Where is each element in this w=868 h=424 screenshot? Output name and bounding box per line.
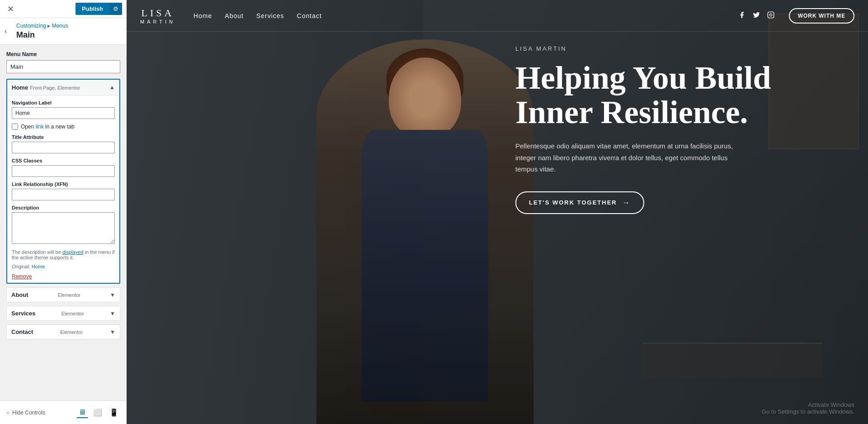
breadcrumb-customizing[interactable]: Customizing — [16, 23, 46, 29]
open-new-tab-row: Open link in a new tab — [12, 124, 115, 130]
hero-subtitle: Pellentesque odio aliquam vitae amet, el… — [515, 140, 741, 175]
nav-link-about[interactable]: About — [225, 12, 244, 19]
hero-title: Helping You Build Inner Resilience. — [515, 61, 832, 129]
chevron-down-icon-services: ▼ — [110, 310, 115, 317]
chevron-down-icon-about: ▼ — [110, 292, 115, 298]
panel-header: ‹ Customizing ▸ Menus Main — [0, 18, 127, 45]
hero-title-line1: Helping You Build — [515, 60, 771, 96]
chevron-down-icon-contact: ▼ — [110, 329, 115, 335]
work-with-me-button[interactable]: WORK WITH ME — [789, 8, 854, 24]
description-link[interactable]: displayed — [62, 249, 83, 255]
hide-controls-button[interactable]: ○ Hide Controls — [6, 410, 45, 416]
site-nav-links: Home About Services Contact — [193, 12, 738, 19]
remove-button[interactable]: Remove — [12, 273, 32, 280]
publish-button[interactable]: Publish — [75, 3, 109, 15]
description-note: The description will be displayed in the… — [12, 249, 115, 260]
publish-area: Publish ⚙ — [75, 3, 122, 15]
menu-item-home-type: Front Page, Elementor — [30, 85, 80, 91]
link-rel-input[interactable] — [12, 189, 115, 200]
nav-label-label: Navigation Label — [12, 100, 115, 105]
tablet-view-button[interactable]: ⬜ — [91, 407, 104, 418]
svg-rect-0 — [768, 12, 774, 18]
description-textarea[interactable] — [12, 212, 115, 244]
panel-content: Menu Name Home Front Page, Elementor ▲ N… — [0, 45, 127, 424]
menu-item-services-name: Services — [11, 310, 36, 317]
customizer-panel: ✕ Publish ⚙ ‹ Customizing ▸ Menus Main M… — [0, 0, 127, 424]
original-row: Original: Home — [12, 264, 115, 269]
nav-link-services[interactable]: Services — [256, 12, 284, 19]
hide-controls-label: Hide Controls — [12, 410, 45, 416]
css-classes-label: CSS Classes — [12, 158, 115, 163]
menu-item-home-card: Home Front Page, Elementor ▲ Navigation … — [6, 79, 120, 284]
watermark-line1: Activate Windows — [762, 401, 854, 408]
panel-title: Main — [16, 30, 120, 40]
mobile-view-button[interactable]: 📱 — [108, 407, 120, 418]
person-body — [362, 130, 488, 401]
menu-item-home-title: Home — [12, 84, 28, 91]
site-nav: LISA MARTIN Home About Services Contact — [127, 0, 868, 32]
publish-settings-button[interactable]: ⚙ — [109, 3, 122, 15]
bottom-bar: ○ Hide Controls 🖥 ⬜ 📱 — [0, 400, 127, 424]
device-icons: 🖥 ⬜ 📱 — [77, 407, 120, 418]
facebook-icon[interactable] — [738, 11, 745, 20]
menu-item-contact-type: Elementor — [60, 329, 83, 335]
cta-arrow-icon: → — [623, 199, 631, 207]
menu-item-home-header[interactable]: Home Front Page, Elementor ▲ — [7, 80, 119, 95]
site-nav-icons: WORK WITH ME — [738, 8, 854, 24]
cta-label: LET'S WORK TOGETHER — [529, 199, 617, 206]
hide-controls-icon: ○ — [6, 410, 9, 416]
menu-item-home-body: Navigation Label Open link in a new tab … — [7, 95, 119, 283]
windows-watermark: Activate Windows Go to Settings to activ… — [762, 401, 854, 415]
link-rel-label: Link Relationship (XFN) — [12, 181, 115, 187]
nav-link-home[interactable]: Home — [193, 12, 212, 19]
site-logo: LISA MARTIN — [140, 7, 175, 24]
cta-button[interactable]: LET'S WORK TOGETHER → — [515, 191, 644, 214]
menu-item-about-name: About — [11, 291, 28, 298]
open-new-tab-label: Open link in a new tab — [21, 124, 75, 130]
breadcrumb-menus[interactable]: Menus — [52, 23, 68, 29]
nav-label-input[interactable] — [12, 107, 115, 119]
description-label: Description — [12, 205, 115, 210]
top-bar: ✕ Publish ⚙ — [0, 0, 127, 18]
logo-name: LISA — [142, 7, 175, 19]
hero-content: LISA MARTIN Helping You Build Inner Resi… — [515, 45, 832, 214]
menu-item-about[interactable]: About Elementor ▼ — [6, 287, 120, 302]
original-link[interactable]: Home — [32, 264, 45, 269]
title-attr-label: Title Attribute — [12, 134, 115, 140]
watermark-line2: Go to Settings to activate Windows. — [762, 408, 854, 415]
hero-title-line2: Inner Resilience. — [515, 94, 748, 130]
preview-area: LISA MARTIN Home About Services Contact — [127, 0, 868, 424]
twitter-icon[interactable] — [753, 11, 760, 20]
menu-name-input[interactable] — [6, 60, 120, 73]
css-classes-input[interactable] — [12, 165, 115, 177]
nav-link-contact[interactable]: Contact — [297, 12, 322, 19]
website-frame: LISA MARTIN Home About Services Contact — [127, 0, 868, 424]
breadcrumb: Customizing ▸ Menus — [16, 23, 120, 29]
close-button[interactable]: ✕ — [5, 3, 17, 15]
hero-name: LISA MARTIN — [515, 45, 832, 52]
logo-sub: MARTIN — [140, 19, 175, 24]
menu-item-contact[interactable]: Contact Elementor ▼ — [6, 324, 120, 339]
menu-item-about-type: Elementor — [58, 292, 80, 298]
person-figure — [316, 39, 533, 424]
open-new-tab-checkbox[interactable] — [12, 124, 18, 130]
menu-item-services-type: Elementor — [61, 311, 84, 316]
title-attr-input[interactable] — [12, 142, 115, 153]
menu-item-contact-name: Contact — [11, 329, 33, 335]
back-button[interactable]: ‹ — [5, 27, 7, 35]
person-head — [389, 57, 461, 139]
link-text[interactable]: link — [36, 124, 44, 130]
desktop-view-button[interactable]: 🖥 — [77, 407, 88, 418]
menu-name-label: Menu Name — [6, 51, 120, 57]
menu-item-services[interactable]: Services Elementor ▼ — [6, 306, 120, 321]
chevron-up-icon: ▲ — [109, 84, 115, 91]
instagram-icon[interactable] — [767, 11, 774, 20]
